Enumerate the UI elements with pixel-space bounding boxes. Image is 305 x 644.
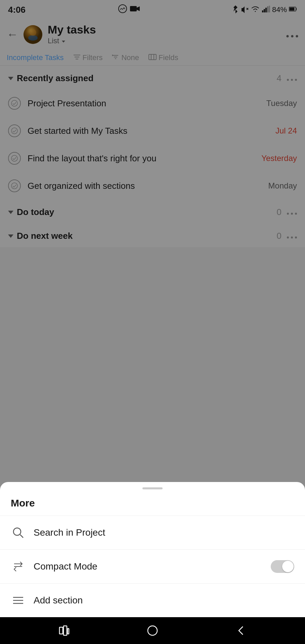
svg-point-49 [148, 626, 157, 635]
handle-bar [142, 487, 163, 489]
section-more-recently[interactable] [287, 74, 297, 83]
header: ← My tasks List [0, 19, 305, 50]
bottom-sheet: More Search in Project Compact Mode [0, 482, 305, 617]
filter-icon [73, 53, 81, 62]
section-count-recently: 4 [277, 73, 281, 84]
sheet-item-search[interactable]: Search in Project [0, 516, 305, 549]
section-left-today: Do today [8, 207, 54, 217]
section-title-today: Do today [17, 207, 54, 217]
toggle-thumb [282, 561, 294, 572]
section-do-today: Do today 0 [0, 200, 305, 223]
filter-incomplete-tasks[interactable]: Incomplete Tasks [7, 53, 64, 62]
filters-label: Filters [83, 53, 103, 62]
svg-rect-8 [269, 6, 270, 12]
search-icon [11, 525, 26, 540]
svg-point-31 [11, 155, 17, 161]
svg-point-13 [30, 29, 36, 36]
svg-point-32 [11, 183, 17, 189]
task-name-4: Get organized with sections [28, 181, 262, 191]
sheet-handle [0, 482, 305, 492]
task-check-4[interactable] [8, 179, 21, 192]
fields-label: Fields [159, 53, 178, 62]
svg-point-15 [291, 35, 294, 38]
messenger-icon [118, 4, 127, 15]
svg-rect-5 [264, 9, 265, 12]
task-item: Get started with My Tasks Jul 24 [0, 117, 305, 145]
task-item: Get organized with sections Monday [0, 172, 305, 200]
task-name-2: Get started with My Tasks [28, 126, 269, 136]
status-time: 4:06 [8, 5, 26, 15]
svg-rect-7 [267, 6, 268, 12]
bluetooth-icon [232, 5, 238, 15]
task-item: Find the layout that's right for you Yes… [0, 145, 305, 172]
page-title: My tasks [48, 23, 281, 36]
status-icons [118, 4, 140, 15]
sheet-title: More [0, 492, 305, 516]
task-date-3: Yesterday [261, 154, 297, 163]
svg-point-35 [295, 213, 297, 215]
svg-point-34 [291, 213, 293, 215]
subtitle-chevron-icon [61, 37, 66, 45]
svg-point-33 [287, 213, 289, 215]
video-icon [130, 5, 140, 14]
main-content: Recently assigned 4 Project Presentation… [0, 66, 305, 247]
sort-icon [112, 53, 119, 62]
section-right-today: 0 [277, 207, 297, 217]
section-title-recently: Recently assigned [17, 73, 93, 84]
subtitle-label: List [48, 37, 59, 45]
section-left: Recently assigned [8, 73, 93, 84]
filter-sort[interactable]: None [112, 53, 139, 62]
filter-filters[interactable]: Filters [73, 53, 103, 62]
svg-point-14 [287, 35, 289, 38]
svg-point-28 [295, 79, 297, 81]
battery-icon [289, 6, 297, 13]
task-name-1: Project Presentation [28, 98, 260, 109]
section-recently-assigned: Recently assigned 4 [0, 66, 305, 90]
svg-point-16 [296, 35, 298, 38]
nav-recent[interactable] [54, 621, 74, 641]
status-bar: 4:06 [0, 0, 305, 19]
header-title-block: My tasks List [48, 23, 281, 45]
fields-icon [148, 53, 157, 62]
section-more-today[interactable] [287, 208, 297, 217]
section-collapse-next-icon[interactable] [8, 234, 13, 238]
svg-rect-10 [290, 8, 295, 11]
wifi-icon [251, 5, 260, 14]
svg-point-37 [291, 236, 293, 238]
section-collapse-today-icon[interactable] [8, 211, 13, 214]
incomplete-tasks-label: Incomplete Tasks [7, 53, 64, 62]
back-button[interactable]: ← [7, 28, 18, 41]
sheet-item-compact[interactable]: Compact Mode [0, 549, 305, 583]
task-date-1: Tuesday [266, 99, 297, 108]
compact-mode-label: Compact Mode [34, 561, 263, 572]
task-check-1[interactable] [8, 97, 21, 110]
filter-bar: Incomplete Tasks Filters None [0, 50, 305, 66]
mute-icon [241, 5, 249, 14]
task-check-3[interactable] [8, 152, 21, 165]
svg-rect-47 [63, 626, 67, 635]
nav-back[interactable] [231, 621, 251, 641]
sheet-item-add-section[interactable]: Add section [0, 583, 305, 617]
add-section-icon [11, 593, 26, 608]
svg-point-36 [287, 236, 289, 238]
task-check-2[interactable] [8, 124, 21, 137]
header-more-button[interactable] [286, 28, 298, 41]
filter-fields[interactable]: Fields [148, 53, 178, 62]
section-more-next[interactable] [287, 231, 297, 241]
section-count-next: 0 [277, 231, 281, 241]
avatar [24, 25, 42, 44]
svg-point-27 [291, 79, 293, 81]
section-right: 4 [277, 73, 297, 84]
nav-home[interactable] [142, 621, 163, 641]
section-title-next: Do next week [17, 231, 73, 241]
task-name-3: Find the layout that's right for you [28, 153, 255, 164]
signal-icon [262, 6, 270, 14]
header-subtitle: List [48, 37, 281, 45]
svg-point-0 [119, 5, 127, 13]
search-in-project-label: Search in Project [34, 527, 294, 538]
svg-rect-46 [59, 627, 63, 634]
section-collapse-icon[interactable] [8, 77, 13, 80]
status-right: 84% [232, 5, 297, 15]
section-do-next-week: Do next week 0 [0, 223, 305, 247]
compact-mode-toggle[interactable] [271, 560, 294, 573]
